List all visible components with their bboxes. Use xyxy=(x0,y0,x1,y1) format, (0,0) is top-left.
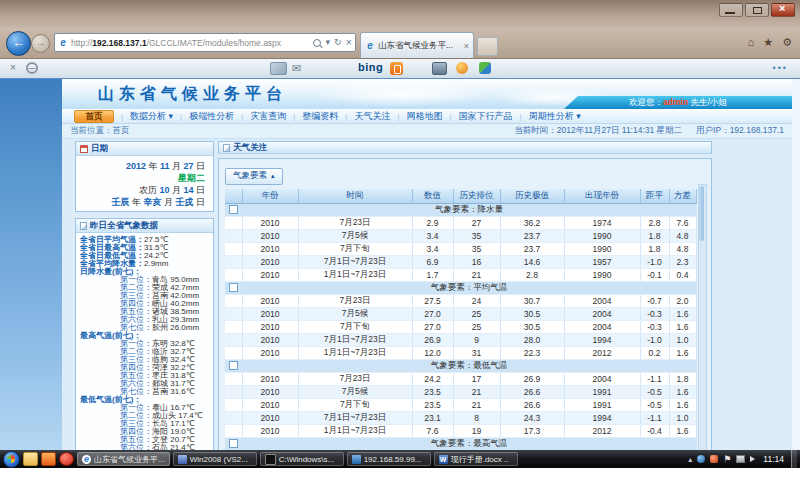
bing-logo[interactable]: bing xyxy=(358,61,383,73)
back-button[interactable] xyxy=(6,31,31,56)
nav-item-1[interactable]: 数据分析 ▾ xyxy=(130,110,173,123)
forward-button[interactable] xyxy=(31,34,50,53)
taskbar-window-1[interactable]: Win2008 (VS2... xyxy=(173,452,257,466)
maximize-button[interactable] xyxy=(745,3,769,17)
table-cell: 7月下旬 xyxy=(298,320,412,333)
group-checkbox[interactable] xyxy=(229,283,238,292)
group-checkbox[interactable] xyxy=(229,361,238,370)
favorites-icon[interactable] xyxy=(763,36,773,49)
group-row[interactable]: 气象要素：降水量 xyxy=(225,203,696,216)
taskbar-window-4[interactable]: 现行手册.docx .. xyxy=(434,452,518,466)
table-row[interactable]: 20107月1日~7月23日26.9928.01994-1.01.0 xyxy=(225,333,696,346)
search-icon[interactable] xyxy=(313,39,321,47)
column-header[interactable]: 时间 xyxy=(298,189,412,204)
table-row[interactable]: 20101月1日~7月23日7.61917.32012-0.41.6 xyxy=(225,424,696,437)
taskbar-window-2[interactable]: C:\Windows\s... xyxy=(260,452,344,466)
home-icon[interactable] xyxy=(748,36,755,49)
network-icon[interactable] xyxy=(736,455,745,463)
address-bar[interactable]: http://192.168.137.1/GLCCLIMATE/modules/… xyxy=(54,33,356,52)
column-header[interactable]: 年份 xyxy=(242,189,298,204)
table-cell: 26.6 xyxy=(500,385,564,398)
group-row[interactable]: 气象要素：平均气温 xyxy=(225,281,696,294)
table-row[interactable]: 20107月下旬23.52126.61991-0.51.6 xyxy=(225,398,696,411)
volume-icon[interactable] xyxy=(750,456,758,462)
player-app-icon[interactable] xyxy=(59,452,74,466)
nav-item-6[interactable]: 网格地图 xyxy=(407,110,443,123)
group-checkbox[interactable] xyxy=(229,205,238,214)
table-cell: 2004 xyxy=(564,294,640,307)
taskbar-window-3[interactable]: 192.168.59.99... xyxy=(347,452,431,466)
table-row[interactable]: 20107月5候27.02530.52004-0.31.6 xyxy=(225,307,696,320)
nav-item-3[interactable]: 灾害查询 xyxy=(250,110,286,123)
table-scrollbar[interactable] xyxy=(698,184,707,450)
addon-blocker-icon[interactable] xyxy=(26,62,38,74)
url-text[interactable]: http://192.168.137.1/GLCCLIMATE/modules/… xyxy=(71,38,309,48)
table-row[interactable]: 20107月1日~7月23日6.91614.61957-1.02.3 xyxy=(225,255,696,268)
calendar-panel: 日期 2012 年 11 月 27 日星期二农历 10 月 14 日壬辰 年 辛… xyxy=(75,141,214,212)
group-row[interactable]: 气象要素：最低气温 xyxy=(225,359,696,372)
table-row[interactable]: 20107月1日~7月23日23.1824.31994-1.11.0 xyxy=(225,411,696,424)
close-button[interactable] xyxy=(771,3,795,17)
nav-item-4[interactable]: 整编资料 xyxy=(302,110,338,123)
action-center-flag-icon[interactable] xyxy=(723,454,731,464)
media-app-icon[interactable] xyxy=(41,452,56,466)
browser-tab[interactable]: 山东省气候业务平... xyxy=(360,32,474,58)
show-desktop-button[interactable] xyxy=(791,450,797,468)
table-row[interactable]: 20107月下旬3.43523.719901.84.8 xyxy=(225,242,696,255)
nav-item-7[interactable]: 国家下行产品 xyxy=(459,110,513,123)
column-header[interactable]: 数值 xyxy=(412,189,453,204)
table-row[interactable]: 20107月5候3.43523.719901.84.8 xyxy=(225,229,696,242)
element-filter-button[interactable]: 气象要素▴ xyxy=(225,168,283,185)
group-row[interactable]: 气象要素：最高气温 xyxy=(225,437,696,450)
addon-icon-1[interactable] xyxy=(432,62,447,75)
column-header[interactable]: 距平 xyxy=(640,189,669,204)
stop-icon[interactable] xyxy=(346,34,352,52)
tools-gear-icon[interactable] xyxy=(782,36,792,49)
start-button[interactable] xyxy=(3,451,20,468)
tray-icon-blue[interactable] xyxy=(697,455,705,463)
tray-icon-red[interactable] xyxy=(710,455,718,463)
mail-icon[interactable] xyxy=(292,62,301,75)
addon-icon-3[interactable] xyxy=(479,62,491,74)
table-row[interactable]: 20107月23日24.21726.92004-1.11.8 xyxy=(225,372,696,385)
column-header[interactable]: 方差 xyxy=(669,189,696,204)
scrollbar-thumb[interactable] xyxy=(699,186,704,241)
column-header[interactable]: 出现年份 xyxy=(564,189,640,204)
table-cell: 1.8 xyxy=(669,372,696,385)
addon-more-icon[interactable] xyxy=(773,63,788,73)
tab-close-icon[interactable] xyxy=(464,41,469,51)
table-cell: 25 xyxy=(453,320,500,333)
table-row[interactable]: 20107月下旬27.02530.52004-0.31.6 xyxy=(225,320,696,333)
calendar-line: 农历 10 月 14 日 xyxy=(78,184,205,196)
addon-card-icon[interactable] xyxy=(270,62,287,75)
tray-expand-icon[interactable] xyxy=(688,455,692,464)
column-header[interactable]: 历史排位 xyxy=(453,189,500,204)
explorer-icon[interactable] xyxy=(23,452,38,466)
minimize-button[interactable] xyxy=(719,3,743,17)
table-row[interactable]: 20101月1日~7月23日12.03122.320120.21.6 xyxy=(225,346,696,359)
address-dropdown-icon[interactable] xyxy=(325,34,330,51)
column-header[interactable]: 历史极值 xyxy=(500,189,564,204)
taskbar-window-0[interactable]: 山东省气候业务平... xyxy=(77,452,170,466)
nav-item-2[interactable]: 极端性分析 xyxy=(189,110,234,123)
addon-logo-icon[interactable] xyxy=(390,62,403,75)
group-checkbox[interactable] xyxy=(229,439,238,448)
table-cell: 23.5 xyxy=(412,385,453,398)
column-header[interactable] xyxy=(225,189,242,204)
table-row[interactable]: 20107月5候23.52126.61991-0.51.6 xyxy=(225,385,696,398)
nav-item-8[interactable]: 周期性分析 ▾ xyxy=(529,110,581,123)
taskbar-clock[interactable]: 11:14 xyxy=(763,454,784,464)
addon-icon-2[interactable] xyxy=(456,62,468,74)
refresh-icon[interactable] xyxy=(334,34,342,51)
table-cell: 1990 xyxy=(564,242,640,255)
table-cell: 2.0 xyxy=(669,294,696,307)
new-tab-button[interactable] xyxy=(477,37,498,56)
table-cell: 1月1日~7月23日 xyxy=(298,424,412,437)
cloud-decoration xyxy=(312,81,492,107)
nav-item-5[interactable]: 天气关注 xyxy=(354,110,390,123)
table-row[interactable]: 20101月1日~7月23日1.7212.81990-0.10.4 xyxy=(225,268,696,281)
table-row[interactable]: 20107月23日2.92736.219742.87.6 xyxy=(225,216,696,229)
nav-item-0[interactable]: 首页 xyxy=(74,110,114,123)
table-row[interactable]: 20107月23日27.52430.72004-0.72.0 xyxy=(225,294,696,307)
addon-close-icon[interactable] xyxy=(10,62,16,73)
